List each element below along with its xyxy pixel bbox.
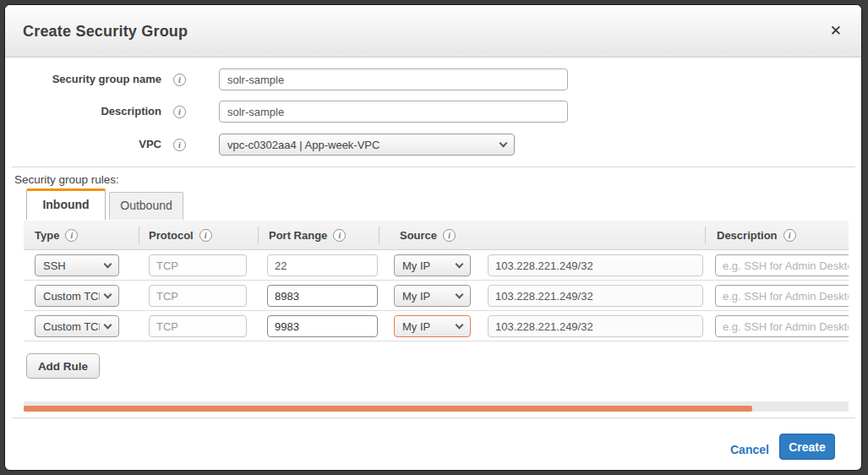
- horizontal-scrollbar-thumb[interactable]: [24, 406, 752, 412]
- tab-outbound[interactable]: Outbound: [109, 192, 183, 220]
- source-mode-select[interactable]: My IP: [394, 285, 471, 307]
- rules-table-body: SSH My IP Custom TCP My IP: [24, 250, 849, 342]
- protocol-input: [149, 315, 247, 337]
- chevron-down-icon: [104, 290, 112, 298]
- cancel-button[interactable]: Cancel: [730, 443, 769, 456]
- chevron-down-icon: [104, 259, 112, 268]
- type-select[interactable]: SSH: [35, 254, 119, 276]
- info-icon[interactable]: i: [173, 74, 186, 86]
- port-range-input[interactable]: [267, 254, 378, 276]
- horizontal-scrollbar-track[interactable]: [24, 401, 849, 412]
- info-icon[interactable]: i: [783, 229, 796, 242]
- source-ip-input[interactable]: [488, 315, 703, 337]
- rule-description-input[interactable]: [715, 285, 849, 307]
- column-header-port-range: Port Range i: [269, 221, 346, 250]
- security-group-name-label: Security group name: [5, 68, 161, 90]
- description-label: Description: [5, 101, 161, 123]
- column-separator: [379, 227, 379, 244]
- column-header-type: Type i: [35, 221, 78, 250]
- info-icon[interactable]: i: [333, 229, 346, 242]
- section-divider: [12, 167, 855, 167]
- column-separator: [139, 227, 139, 244]
- port-range-input[interactable]: [267, 315, 378, 337]
- dialog-title: Create Security Group: [23, 23, 188, 41]
- chevron-down-icon: [500, 139, 508, 147]
- footer-divider: [12, 418, 855, 418]
- source-ip-input[interactable]: [488, 254, 703, 276]
- type-select[interactable]: Custom TCP: [35, 285, 119, 307]
- info-icon[interactable]: i: [173, 106, 186, 118]
- rule-description-input[interactable]: [715, 315, 849, 337]
- chevron-down-icon: [456, 290, 464, 298]
- close-icon[interactable]: ✕: [830, 24, 842, 39]
- add-rule-button[interactable]: Add Rule: [26, 353, 100, 379]
- info-icon[interactable]: i: [65, 229, 78, 242]
- port-range-input[interactable]: [267, 285, 378, 307]
- rule-row: SSH My IP: [24, 250, 849, 281]
- protocol-input: [149, 285, 247, 307]
- vpc-select-value: vpc-c0302aa4 | App-week-VPC: [227, 139, 379, 151]
- dialog-header: Create Security Group ✕: [5, 5, 861, 57]
- source-ip-input[interactable]: [488, 285, 703, 307]
- column-separator: [258, 227, 259, 244]
- vpc-select[interactable]: vpc-c0302aa4 | App-week-VPC: [219, 134, 515, 156]
- rule-row: Custom TCP My IP: [24, 281, 849, 311]
- protocol-input: [149, 254, 247, 276]
- info-icon[interactable]: i: [443, 229, 456, 242]
- tab-inbound[interactable]: Inbound: [26, 188, 106, 220]
- chevron-down-icon: [456, 320, 464, 329]
- type-select[interactable]: Custom TCP: [35, 315, 119, 337]
- column-header-description: Description i: [717, 221, 796, 250]
- column-header-protocol: Protocol i: [149, 221, 212, 250]
- column-header-source: Source i: [400, 221, 456, 250]
- security-group-name-input[interactable]: [219, 68, 568, 90]
- source-mode-select[interactable]: My IP: [394, 254, 471, 276]
- info-icon[interactable]: i: [173, 139, 186, 151]
- description-input[interactable]: [219, 101, 568, 123]
- source-mode-select[interactable]: My IP: [394, 315, 471, 337]
- rule-row: Custom TCP My IP: [24, 311, 849, 341]
- vpc-label: VPC: [5, 134, 161, 156]
- create-security-group-dialog: Create Security Group ✕ Security group n…: [4, 4, 862, 471]
- rules-table-header: Type i Protocol i Port Range i Source i …: [24, 221, 849, 250]
- rule-description-input[interactable]: [715, 254, 849, 276]
- chevron-down-icon: [104, 320, 112, 329]
- rules-heading: Security group rules:: [14, 173, 119, 186]
- column-separator: [705, 227, 706, 244]
- create-button[interactable]: Create: [779, 434, 835, 460]
- chevron-down-icon: [456, 259, 464, 268]
- info-icon[interactable]: i: [199, 229, 212, 242]
